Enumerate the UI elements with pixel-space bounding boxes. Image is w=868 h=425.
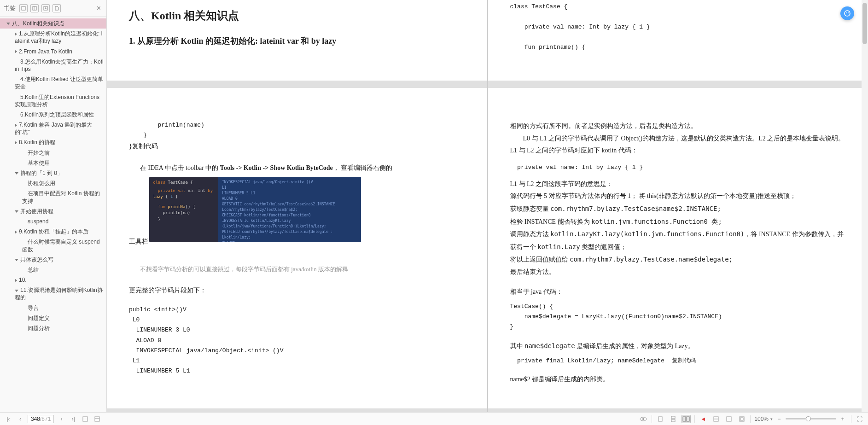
sidebar-tool-1-icon[interactable] xyxy=(19,4,28,12)
code-inline: private val name: Int by lazy { 1 } xyxy=(510,163,846,173)
bookmark-label: 协程怎么用 xyxy=(28,180,55,186)
view-continuous-icon[interactable] xyxy=(669,415,678,423)
idea-instruction: 在 IDEA 中点击 toolbar 中的 Tools -> Kotlin ->… xyxy=(140,162,465,175)
bookmark-item[interactable]: 9.Kotlin 协程「挂起」的本质 xyxy=(0,227,106,237)
expand-down-icon[interactable] xyxy=(15,172,18,175)
svg-rect-14 xyxy=(658,417,662,421)
bookmark-item[interactable]: 基本使用 xyxy=(0,158,106,168)
bookmark-item[interactable]: 八、Kotlin相关知识点 xyxy=(0,18,106,29)
bookmark-item[interactable]: 具体该怎么写 xyxy=(0,255,106,265)
assistant-fab-icon[interactable] xyxy=(840,6,854,20)
bookmark-item[interactable]: 2.From Java To Kotlin xyxy=(0,47,106,57)
bookmark-item[interactable]: 6.Kotlin系列之顶层函数和属性 xyxy=(0,110,106,120)
code-block: class TestCase { private val name: Int b… xyxy=(510,2,846,52)
paragraph: 调用静态方法 kotlin.LazyKt.lazy(kotlin.jvm.fun… xyxy=(510,228,846,253)
bookmark-label: 3.怎么用Kotlin去提高生产力：Kotlin Tips xyxy=(15,58,104,72)
expand-down-icon[interactable] xyxy=(6,23,10,25)
bookmark-label: 10. xyxy=(19,277,27,283)
expand-right-icon[interactable] xyxy=(15,279,17,282)
zoom-slider-knob[interactable] xyxy=(806,416,811,421)
zoom-level[interactable]: 100% xyxy=(754,416,769,422)
bookmark-item[interactable]: 开始之前 xyxy=(0,148,106,158)
prev-page-icon[interactable]: ‹ xyxy=(16,414,25,424)
zoom-out-icon[interactable]: − xyxy=(775,415,784,423)
bookmark-label: 11.资源混淆是如何影响到Kotlin协程的 xyxy=(15,287,103,301)
vertical-scrollbar[interactable] xyxy=(862,0,868,412)
fullscreen-icon[interactable] xyxy=(855,415,864,423)
view-single-icon[interactable] xyxy=(656,415,665,423)
rotate-left-icon[interactable]: ◄ xyxy=(699,415,708,423)
expand-down-icon[interactable] xyxy=(15,290,18,292)
bookmark-tree[interactable]: 八、Kotlin相关知识点1.从原理分析Kotlin的延迟初始化: latein… xyxy=(0,17,106,412)
more-bytecode-label: 更完整的字节码片段如下： xyxy=(129,285,465,297)
bookmark-item[interactable]: 3.怎么用Kotlin去提高生产力：Kotlin Tips xyxy=(0,57,106,74)
bookmark-item[interactable]: 导言 xyxy=(0,303,106,313)
paragraph: 将以上返回值赋值给 com.rhythm7.bylazy.TestCase.na… xyxy=(510,253,846,266)
sidebar-close-icon[interactable]: × xyxy=(95,4,103,12)
bookmark-label: 导言 xyxy=(28,305,39,311)
expand-down-icon[interactable] xyxy=(15,210,18,213)
bookmark-item[interactable]: 问题分析 xyxy=(0,323,106,333)
page-number-input[interactable]: 348/871 xyxy=(28,415,54,423)
svg-point-13 xyxy=(642,418,644,420)
svg-rect-1 xyxy=(33,6,36,10)
bookmark-item[interactable]: suspend xyxy=(0,216,106,227)
document-viewport: 八、Kotlin 相关知识点 1. 从原理分析 Kotlin 的延迟初始化: l… xyxy=(107,0,868,412)
scrollbar-thumb[interactable] xyxy=(862,3,867,44)
expand-right-icon[interactable] xyxy=(15,32,17,36)
bookmark-label: 1.从原理分析Kotlin的延迟初始化: lateinit var和by laz… xyxy=(15,30,102,44)
bookmark-item[interactable]: 5.Kotlin里的Extension Functions实现原理分析 xyxy=(0,92,106,110)
expand-right-icon[interactable] xyxy=(15,50,17,53)
bookmark-label: 2.From Java To Kotlin xyxy=(19,48,72,55)
bookmark-item[interactable]: 1.从原理分析Kotlin的延迟初始化: lateinit var和by laz… xyxy=(0,29,106,46)
zoom-in-icon[interactable]: + xyxy=(838,415,847,423)
page-mode-icon[interactable] xyxy=(81,414,90,424)
sidebar-tool-2-icon[interactable] xyxy=(30,4,39,12)
paragraph: L0 与 L1 之间的字节码代表调用了 Object()的构造方法，这是默认的父… xyxy=(510,133,846,157)
first-page-icon[interactable]: |‹ xyxy=(4,414,13,424)
fit-page-icon[interactable] xyxy=(724,415,734,423)
zoom-slider[interactable] xyxy=(786,418,836,419)
bookmark-item[interactable]: 协程的「1 到 0」 xyxy=(0,168,106,178)
sidebar-tool-4-icon[interactable] xyxy=(52,4,61,12)
eye-icon[interactable] xyxy=(639,415,648,423)
page-tool-icon[interactable] xyxy=(93,414,102,424)
expand-right-icon[interactable] xyxy=(15,123,17,127)
bookmark-item[interactable]: 11.资源混淆是如何影响到Kotlin协程的 xyxy=(0,285,106,303)
expand-right-icon[interactable] xyxy=(15,230,17,234)
svg-rect-0 xyxy=(22,6,25,10)
svg-rect-23 xyxy=(740,418,743,420)
bookmark-item[interactable]: 协程怎么用 xyxy=(0,178,106,188)
bookmark-item[interactable]: 10. xyxy=(0,275,106,285)
bookmark-item[interactable]: 总结 xyxy=(0,265,106,275)
bookmark-label: 协程的「1 到 0」 xyxy=(20,170,63,176)
fit-width-icon[interactable] xyxy=(711,415,721,423)
bookmark-label: suspend xyxy=(28,218,48,225)
bookmark-item[interactable]: 什么时候需要自定义 suspend 函数 xyxy=(0,237,106,254)
bookmark-label: 4.使用Kotlin Reified 让泛型更简单安全 xyxy=(15,76,103,90)
bookmark-label: 9.Kotlin 协程「挂起」的本质 xyxy=(19,228,88,235)
spacer-icon xyxy=(22,306,26,310)
status-bar: |‹ ‹ 348/871 › ›| ◄ 100% ▾ − + xyxy=(0,412,868,425)
bookmark-item[interactable]: 在项目中配置对 Kotlin 协程的支持 xyxy=(0,188,106,206)
bookmark-item[interactable]: 问题定义 xyxy=(0,313,106,323)
bytecode-block: public <init>()V L0 LINENUMBER 3 L0 ALOA… xyxy=(129,305,465,376)
view-two-page-icon[interactable] xyxy=(682,415,691,423)
bookmark-item[interactable]: 4.使用Kotlin Reified 让泛型更简单安全 xyxy=(0,74,106,92)
bookmark-label: 八、Kotlin相关知识点 xyxy=(12,20,64,27)
bookmark-item[interactable]: 7.Kotlin 兼容 Java 遇到的最大的"坑" xyxy=(0,120,106,137)
bookmark-item[interactable]: 8.Kotlin 的协程 xyxy=(0,137,106,147)
svg-point-7 xyxy=(846,12,847,13)
fit-visible-icon[interactable] xyxy=(737,415,746,423)
svg-point-8 xyxy=(848,12,849,13)
next-page-icon[interactable]: › xyxy=(57,414,66,424)
bookmark-label: 具体该怎么写 xyxy=(20,256,53,263)
last-page-icon[interactable]: ›| xyxy=(69,414,78,424)
expand-right-icon[interactable] xyxy=(15,141,17,145)
sidebar-tool-3-icon[interactable] xyxy=(41,4,50,12)
paragraph: 相同的方式有所不同。前者是实例构造方法，后者是类构造方法。 xyxy=(510,120,846,133)
zoom-dropdown-icon[interactable]: ▾ xyxy=(770,417,773,421)
expand-down-icon[interactable] xyxy=(15,259,18,261)
page-left-top: 八、Kotlin 相关知识点 1. 从原理分析 Kotlin 的延迟初始化: l… xyxy=(107,0,487,81)
bookmark-item[interactable]: 开始使用协程 xyxy=(0,206,106,216)
